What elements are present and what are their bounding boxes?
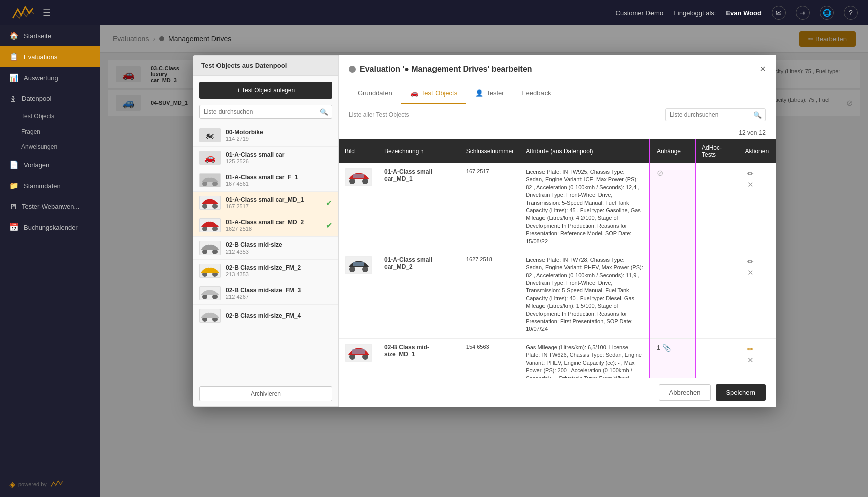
save-button[interactable]: Speichern — [716, 384, 766, 401]
cell-name: 01-A-Class small car_MD_1 — [378, 163, 460, 251]
cell-anhaenge: ⊘ — [650, 163, 695, 251]
col-anhaenge: Anhänge — [650, 139, 695, 163]
col-bild: Bild — [339, 139, 378, 163]
edit-row-button[interactable]: ✏ — [745, 344, 756, 355]
cell-name: 01-A-Class small car_MD_2 — [378, 251, 460, 338]
objects-table: Bild Bezeichnung ↑ Schlüsselnummer Attri… — [339, 139, 776, 378]
car-thumb — [199, 173, 221, 187]
sidebar-item-datenpool[interactable]: 🗄 Datenpool — [0, 88, 100, 109]
left-search-input[interactable] — [199, 105, 332, 119]
item-id: 167 4561 — [226, 181, 332, 187]
sidebar-item-tester-webanwen[interactable]: 🖥 Tester-Webanwen... — [0, 196, 100, 217]
list-item[interactable]: 01-A-Class small car_F_1 167 4561 — [193, 169, 338, 192]
modal-main: Evaluation '● Management Drives' bearbei… — [339, 55, 776, 407]
svg-point-1 — [202, 181, 207, 186]
tab-feedback[interactable]: Feedback — [513, 83, 560, 104]
sidebar-item-buchungskalender[interactable]: 📅 Buchungskalender — [0, 217, 100, 238]
edit-row-button[interactable]: ✏ — [745, 168, 756, 179]
modal-title-text: Evaluation '● Management Drives' bearbei… — [360, 65, 532, 74]
svg-point-5 — [212, 204, 218, 209]
tab-grunddaten[interactable]: Grunddaten — [349, 83, 401, 104]
datenpool-icon: 🗄 — [9, 94, 17, 103]
table-row: 02-B Class mid-size_MD_1 154 6563 Gas Mi… — [339, 338, 776, 378]
svg-point-7 — [202, 226, 207, 231]
tab-test-objects[interactable]: 🚗 Test Objects — [401, 83, 467, 104]
modal-title: Evaluation '● Management Drives' bearbei… — [349, 65, 532, 74]
sidebar-item-startseite[interactable]: 🏠 Startseite — [0, 25, 100, 46]
sidebar-label-auswertung: Auswertung — [24, 74, 58, 82]
item-name: 02-B Class mid-size_FM_2 — [226, 264, 332, 271]
sidebar-label-evaluations: Evaluations — [24, 53, 57, 61]
sidebar-item-anweisungen[interactable]: Anweisungen — [0, 139, 100, 154]
list-item[interactable]: 🏍 00-Motorbike 114 2719 — [193, 124, 338, 147]
sidebar-item-test-objects[interactable]: Test Objects — [0, 109, 100, 124]
sidebar-item-auswertung[interactable]: 📊 Auswertung — [0, 67, 100, 88]
svg-point-4 — [202, 204, 207, 209]
svg-point-2 — [212, 181, 218, 186]
sidebar-label-fragen: Fragen — [21, 128, 40, 135]
car-thumb — [199, 309, 221, 323]
sidebar-label-datenpool: Datenpool — [22, 95, 51, 102]
cell-anhaenge — [650, 251, 695, 338]
item-name: 02-B Class mid-size_FM_3 — [226, 287, 332, 294]
count-row: 12 von 12 — [339, 126, 776, 139]
globe-icon[interactable]: 🌐 — [820, 6, 834, 20]
auswertung-icon: 📊 — [9, 73, 19, 82]
col-adhoc: AdHoc-Tests — [695, 139, 739, 163]
modal-search-input[interactable] — [665, 108, 766, 121]
sidebar-item-stammdaten[interactable]: 📁 Stammdaten — [0, 175, 100, 196]
svg-point-8 — [212, 226, 218, 231]
item-id: 213 4353 — [226, 271, 332, 277]
modal-overlay: Test Objects aus Datenpool + Test Object… — [100, 25, 868, 497]
tab-tester[interactable]: 👤 Tester — [466, 83, 513, 104]
modal-search: 🔍 — [665, 108, 766, 121]
cancel-button[interactable]: Abbrechen — [659, 384, 711, 401]
sidebar-bottom: ◈ powered by — [0, 472, 100, 497]
car-thumb — [199, 196, 221, 210]
col-bezeichnung[interactable]: Bezeichnung ↑ — [378, 139, 460, 163]
list-item[interactable]: 02-B Class mid-size 212 4353 — [193, 237, 338, 260]
cell-adhoc — [695, 338, 739, 378]
list-item[interactable]: 01-A-Class small car_MD_2 1627 2518 ✔ — [193, 214, 338, 237]
edit-row-button[interactable]: ✏ — [745, 256, 756, 267]
cell-actions: ✏ ✕ — [739, 338, 776, 378]
menu-icon[interactable]: ☰ — [43, 7, 51, 18]
modal-close-button[interactable]: × — [759, 63, 766, 75]
left-panel: Test Objects aus Datenpool + Test Object… — [193, 55, 339, 407]
sidebar-item-evaluations[interactable]: 📋 Evaluations — [0, 46, 100, 67]
user-name: Evan Wood — [726, 9, 762, 17]
help-icon[interactable]: ? — [844, 6, 858, 20]
delete-row-button[interactable]: ✕ — [745, 267, 756, 278]
svg-rect-24 — [353, 174, 364, 178]
check-icon: ✔ — [325, 198, 332, 208]
sidebar-label-vorlagen: Vorlagen — [24, 161, 49, 169]
top-bar: ☰ Customer Demo Eingeloggt als: Evan Woo… — [0, 0, 868, 25]
add-test-object-button[interactable]: + Test Object anlegen — [199, 82, 332, 99]
list-item[interactable]: 🚗 01-A-Class small car 125 2526 — [193, 147, 338, 169]
archive-button[interactable]: Archivieren — [199, 386, 332, 401]
left-search-box: 🔍 — [199, 105, 332, 119]
delete-row-button[interactable]: ✕ — [745, 179, 756, 190]
mail-icon[interactable]: ✉ — [772, 6, 786, 20]
calendar-icon: 📅 — [9, 223, 19, 232]
list-item[interactable]: 01-A-Class small car_MD_1 167 2517 ✔ — [193, 192, 338, 214]
cell-id: 167 2517 — [460, 163, 520, 251]
car-thumb — [199, 241, 221, 255]
data-table: Bild Bezeichnung ↑ Schlüsselnummer Attri… — [339, 139, 776, 378]
col-schluessel: Schlüsselnummer — [460, 139, 520, 163]
sidebar-item-vorlagen[interactable]: 📄 Vorlagen — [0, 154, 100, 175]
list-item[interactable]: 02-B Class mid-size_FM_2 213 4353 — [193, 260, 338, 282]
sidebar-item-fragen[interactable]: Fragen — [0, 124, 100, 139]
list-all-label: Liste aller Test Objects — [349, 111, 409, 118]
modal-search-icon: 🔍 — [753, 111, 762, 119]
logout-icon[interactable]: ⇥ — [796, 6, 810, 20]
cell-actions: ✏ ✕ — [739, 251, 776, 338]
car-thumb — [199, 286, 221, 300]
item-name: 01-A-Class small car_F_1 — [226, 174, 332, 181]
modal-header: Evaluation '● Management Drives' bearbei… — [339, 55, 776, 83]
list-item[interactable]: 02-B Class mid-size_FM_4 — [193, 305, 338, 327]
sidebar-label-buchungskalender: Buchungskalender — [24, 224, 78, 231]
list-item[interactable]: 02-B Class mid-size_FM_3 212 4267 — [193, 282, 338, 305]
delete-row-button[interactable]: ✕ — [745, 355, 756, 366]
item-name: 01-A-Class small car_MD_2 — [226, 219, 320, 226]
